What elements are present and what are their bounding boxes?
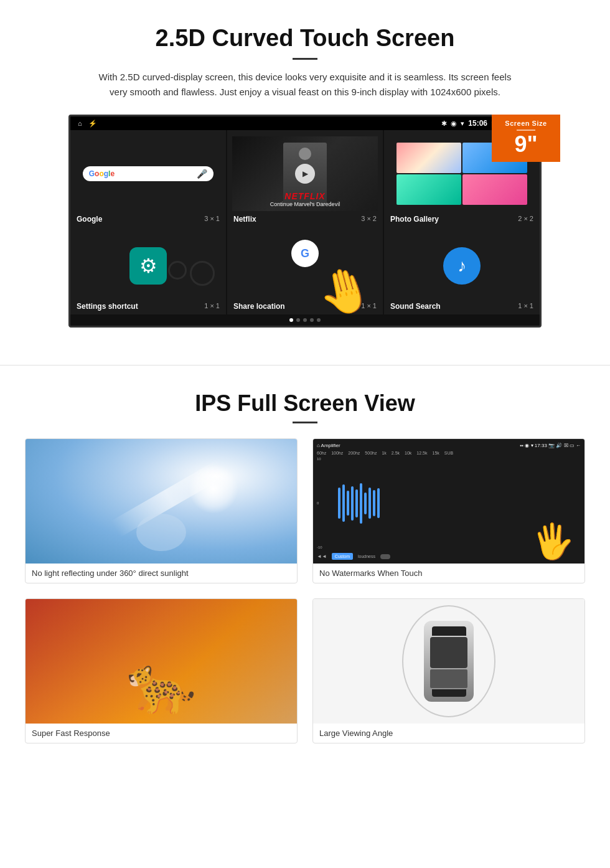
gallery-label-row: Photo Gallery 2 × 2 [389, 215, 535, 224]
play-button[interactable]: ▶ [295, 164, 315, 184]
eq-bar-9[interactable] [373, 490, 375, 516]
app-cell-google[interactable]: Google 🎤 Google 3 × 1 [70, 130, 226, 227]
status-left: ⌂ ⚡ [78, 120, 97, 128]
amplifier-bg: ⌂ Amplifier ▪▪ ◉ ▾ 17:33 📷 🔊 ☒ ▭ ← 60hz1… [313, 439, 584, 564]
music-note-icon: ♪ [458, 256, 466, 276]
share-label-row: Share location 1 × 1 [232, 302, 378, 311]
app-cell-netflix[interactable]: ▶ NETFLIX Continue Marvel's Daredevil Ne… [227, 130, 383, 227]
dot-4[interactable] [310, 318, 314, 322]
section2-divider [293, 422, 317, 423]
eq-bar-8[interactable] [368, 488, 371, 519]
settings-bg-circles [168, 261, 215, 286]
gallery-app-size: 2 × 2 [518, 215, 533, 224]
wifi-icon: ▾ [461, 120, 464, 128]
sound-area: ♪ [389, 234, 535, 298]
car-rear [432, 689, 466, 697]
netflix-overlay: NETFLIX Continue Marvel's Daredevil [232, 187, 378, 211]
amp-freq-labels: 60hz100hz200hz500hz1k2.5k10k12.5k15kSUB [317, 451, 581, 455]
location-icon: ◉ [451, 120, 457, 128]
amp-sliders-area: 100-10 [317, 457, 581, 549]
settings-app-size: 1 × 1 [204, 302, 220, 311]
home-icon[interactable]: ⌂ [78, 120, 82, 127]
netflix-app-size: 3 × 2 [361, 215, 377, 224]
cheetah-image: 🐆 [26, 599, 297, 724]
gear-icon: ⚙ [139, 254, 157, 278]
share-app-size: 1 × 1 [361, 302, 377, 311]
section2-title: IPS Full Screen View [25, 390, 585, 417]
badge-divider [517, 130, 535, 131]
page-divider [0, 365, 610, 366]
amp-y-labels: 100-10 [317, 457, 334, 549]
sunlight-caption: No light reflecting under 360° direct su… [26, 564, 297, 583]
sound-app-name: Sound Search [390, 302, 441, 311]
amp-status-bar: ⌂ Amplifier ▪▪ ◉ ▾ 17:33 📷 🔊 ☒ ▭ ← [317, 443, 581, 448]
feature-card-cheetah: 🐆 Super Fast Response [25, 598, 298, 743]
eq-bar-2[interactable] [342, 484, 345, 522]
netflix-subtitle: Continue Marvel's Daredevil [237, 201, 373, 207]
settings-icon-wrap: ⚙ [129, 247, 167, 285]
eq-bar-10[interactable] [377, 488, 380, 518]
custom-btn[interactable]: Custom [332, 553, 353, 560]
status-time: 15:06 [468, 119, 487, 128]
usb-icon: ⚡ [88, 120, 97, 128]
google-search-area: Google 🎤 [75, 136, 221, 211]
sound-app-size: 1 × 1 [518, 302, 533, 311]
eq-bar-6[interactable] [360, 483, 362, 524]
sound-icon-wrap: ♪ [443, 247, 481, 285]
photo-green [396, 174, 461, 205]
mic-icon[interactable]: 🎤 [197, 169, 207, 179]
sunlight-image [26, 439, 297, 564]
loudness-label: loudness [358, 554, 375, 559]
car-front [432, 626, 466, 636]
sunlight-bg [26, 439, 297, 564]
app-cell-settings[interactable]: ⚙ Settings shortcut 1 × 1 [70, 227, 226, 314]
google-search-bar[interactable]: Google 🎤 [83, 166, 214, 181]
car-image: › [313, 599, 584, 724]
app-cell-share[interactable]: G 🤚 Share location 1 × 1 [227, 227, 383, 314]
netflix-bg: ▶ NETFLIX Continue Marvel's Daredevil [232, 136, 378, 211]
feature-grid: No light reflecting under 360° direct su… [25, 438, 585, 743]
photo-flower [396, 143, 461, 173]
section-curved: 2.5D Curved Touch Screen With 2.5D curve… [0, 0, 610, 346]
pointing-hand: 🤚 [312, 260, 377, 323]
settings-area: ⚙ [75, 234, 221, 298]
dot-1[interactable] [289, 318, 293, 322]
pagination-dots [70, 314, 540, 326]
app-grid-row2: ⚙ Settings shortcut 1 × 1 [70, 227, 540, 314]
sound-label-row: Sound Search 1 × 1 [389, 302, 535, 311]
eq-bar-group [338, 478, 581, 528]
app-cell-sound[interactable]: ♪ Sound Search 1 × 1 [384, 227, 540, 314]
dot-2[interactable] [296, 318, 300, 322]
netflix-app-name: Netflix [233, 215, 256, 224]
car-body [424, 621, 474, 702]
google-app-name: Google [77, 215, 102, 224]
maps-icon: G [291, 240, 319, 267]
badge-label: Screen Size [495, 120, 556, 127]
eq-bar-5[interactable] [355, 489, 358, 517]
android-screen: ⌂ ⚡ ✱ ◉ ▾ 15:06 📷 🔊 ☒ ▭ [68, 115, 542, 328]
feature-card-car: › Large Viewing Angle [312, 598, 585, 743]
app-grid-row1: Google 🎤 Google 3 × 1 [70, 130, 540, 227]
google-logo: Google [89, 169, 115, 178]
section1-description: With 2.5D curved-display screen, this de… [93, 70, 517, 100]
loudness-toggle[interactable] [380, 554, 390, 559]
google-label-row: Google 3 × 1 [75, 215, 221, 224]
settings-label-row: Settings shortcut 1 × 1 [75, 302, 221, 311]
amp-hand-icon: 🖐 [530, 519, 576, 564]
bluetooth-icon: ✱ [441, 120, 447, 128]
eq-bar-1[interactable] [338, 488, 340, 519]
screen-size-badge: Screen Size 9" [492, 115, 560, 162]
car-bg: › [313, 599, 584, 724]
eq-bar-4[interactable] [351, 486, 354, 521]
feature-card-sunlight: No light reflecting under 360° direct su… [25, 438, 298, 583]
dot-3[interactable] [303, 318, 307, 322]
eq-bar-7[interactable] [364, 493, 367, 514]
section1-title: 2.5D Curved Touch Screen [37, 25, 573, 52]
dot-5[interactable] [317, 318, 321, 322]
badge-size: 9" [495, 133, 556, 156]
section-ips: IPS Full Screen View No light reflecting… [0, 384, 610, 768]
eq-bar-3[interactable] [347, 491, 349, 516]
amp-eq-bars: 🖐 [338, 457, 581, 549]
share-area: G 🤚 [232, 234, 378, 298]
netflix-label-row: Netflix 3 × 2 [232, 215, 378, 224]
